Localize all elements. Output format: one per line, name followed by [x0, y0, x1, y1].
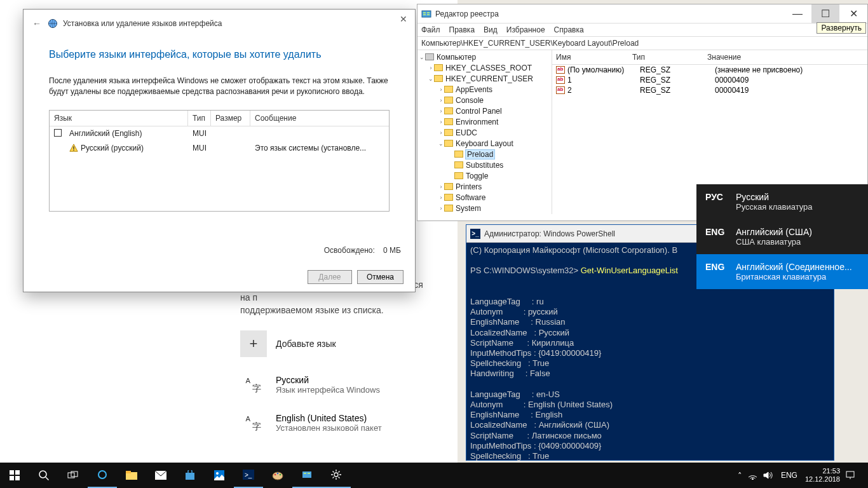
lang-option-ru[interactable]: РУС РусскийРусская клавиатура [696, 184, 868, 219]
svg-rect-9 [423, 14, 426, 15]
powershell-taskbar-icon[interactable]: >_ [234, 463, 263, 488]
value-row[interactable]: 2REG_SZ00000419 [552, 85, 867, 95]
minimize-button[interactable]: — [783, 4, 811, 24]
lang-option-en-gb[interactable]: ENG Английский (Соединенное...Британская… [696, 254, 868, 289]
file-explorer-icon[interactable] [117, 463, 146, 488]
svg-point-36 [752, 478, 753, 480]
language-icon: A字 [240, 371, 267, 398]
globe-icon [48, 18, 58, 29]
paint-icon[interactable] [263, 463, 292, 488]
lang-option-en-us[interactable]: ENG Английский (США)США клавиатура [696, 219, 868, 254]
window-title: Редактор реестра [435, 10, 783, 18]
language-item-en[interactable]: A字 English (United States) Установлен яз… [240, 409, 431, 436]
svg-rect-6 [73, 150, 74, 151]
action-center-icon[interactable] [845, 470, 868, 480]
close-icon[interactable]: ✕ [397, 13, 410, 26]
menu-favorites[interactable]: Избранное [506, 25, 545, 34]
search-icon[interactable] [29, 463, 58, 488]
dialog-description: После удаления языка интерфейса Windows … [24, 67, 415, 97]
computer-icon [425, 53, 434, 60]
col-name[interactable]: Имя [552, 50, 628, 64]
menu-help[interactable]: Справка [554, 25, 584, 34]
uninstall-language-dialog: ✕ ← Установка или удаление языков интерф… [23, 9, 416, 292]
svg-rect-10 [427, 12, 430, 13]
store-icon[interactable] [175, 463, 205, 488]
svg-rect-34 [308, 473, 310, 474]
col-size[interactable]: Размер [211, 111, 250, 126]
back-icon[interactable]: ← [32, 18, 44, 29]
svg-rect-33 [304, 473, 306, 474]
svg-text:字: 字 [252, 384, 261, 393]
svg-point-16 [39, 471, 46, 478]
language-item-ru[interactable]: A字 Русский Язык интерфейса Windows [240, 371, 431, 398]
col-type[interactable]: Тип [188, 111, 211, 126]
volume-icon[interactable] [763, 471, 778, 480]
svg-text:字: 字 [252, 422, 261, 431]
svg-rect-15 [15, 476, 20, 480]
freed-space: Освобождено: 0 МБ [324, 246, 401, 255]
svg-text:A: A [246, 377, 251, 384]
window-title: Администратор: Windows PowerShell [484, 229, 615, 238]
language-sub: Установлен языковой пакет [276, 423, 382, 433]
maximize-button[interactable]: ☐ [811, 4, 839, 24]
svg-rect-8 [423, 12, 426, 13]
table-row[interactable]: Английский (English) MUI [50, 126, 389, 141]
svg-text:>_: >_ [245, 471, 252, 478]
svg-point-29 [275, 474, 276, 476]
language-icon: A字 [240, 409, 267, 436]
svg-line-17 [46, 477, 49, 480]
value-row[interactable]: 1REG_SZ00000409 [552, 75, 867, 85]
warning-icon [69, 144, 78, 152]
regedit-taskbar-icon[interactable] [292, 463, 322, 488]
settings-taskbar-icon[interactable] [322, 463, 351, 488]
col-language[interactable]: Язык [50, 111, 188, 126]
svg-rect-21 [126, 471, 131, 473]
tooltip: Развернуть [817, 22, 866, 34]
col-message[interactable]: Сообщение [250, 111, 389, 126]
plus-icon: + [240, 330, 267, 357]
svg-point-30 [277, 473, 279, 475]
language-name: Русский [276, 375, 380, 385]
address-bar[interactable]: Компьютер\HKEY_CURRENT_USER\Keyboard Lay… [417, 37, 867, 50]
photos-icon[interactable] [205, 463, 234, 488]
menu-edit[interactable]: Правка [449, 25, 475, 34]
value-row[interactable]: (По умолчанию)REG_SZ(значение не присвое… [552, 65, 867, 75]
close-button[interactable]: ✕ [839, 4, 867, 24]
col-type[interactable]: Тип [628, 50, 703, 64]
menu-file[interactable]: Файл [421, 25, 440, 34]
add-language-button[interactable]: + Добавьте язык [240, 330, 431, 357]
registry-tree[interactable]: ⌄Компьютер ›HKEY_CLASSES_ROOT ⌄HKEY_CURR… [417, 50, 552, 214]
string-icon [556, 86, 565, 94]
tray-chevron-icon[interactable]: ˄ [733, 471, 748, 480]
menu-bar: Файл Правка Вид Избранное Справка [417, 24, 867, 37]
tree-node-preload[interactable]: Preload [417, 149, 552, 159]
svg-point-25 [216, 472, 219, 475]
menu-view[interactable]: Вид [484, 25, 498, 34]
svg-text:A: A [246, 415, 251, 423]
folder-icon [434, 64, 443, 71]
checkbox[interactable] [54, 129, 62, 137]
task-view-icon[interactable] [58, 463, 88, 488]
add-language-label: Добавьте язык [276, 339, 336, 349]
svg-rect-12 [10, 470, 14, 475]
edge-icon[interactable] [88, 463, 117, 488]
folder-icon [434, 75, 443, 82]
svg-point-31 [280, 474, 281, 476]
svg-point-35 [334, 473, 338, 477]
network-icon[interactable] [748, 471, 763, 480]
next-button: Далее [308, 270, 352, 284]
col-value[interactable]: Значение [703, 50, 867, 64]
clock[interactable]: 21:53 12.12.2018 [800, 467, 845, 484]
language-indicator[interactable]: ENG [778, 471, 800, 480]
cancel-button[interactable]: Отмена [357, 270, 403, 284]
svg-rect-5 [73, 146, 74, 149]
start-button[interactable] [0, 463, 29, 488]
mail-icon[interactable] [146, 463, 175, 488]
string-icon [556, 66, 565, 74]
svg-rect-23 [186, 473, 194, 480]
svg-rect-14 [10, 476, 14, 480]
table-row[interactable]: Русский (русский) MUI Это язык системы (… [50, 141, 389, 155]
svg-rect-11 [427, 14, 430, 15]
dialog-heading: Выберите языки интерфейса, которые вы хо… [24, 29, 415, 67]
language-name: English (United States) [276, 413, 382, 423]
